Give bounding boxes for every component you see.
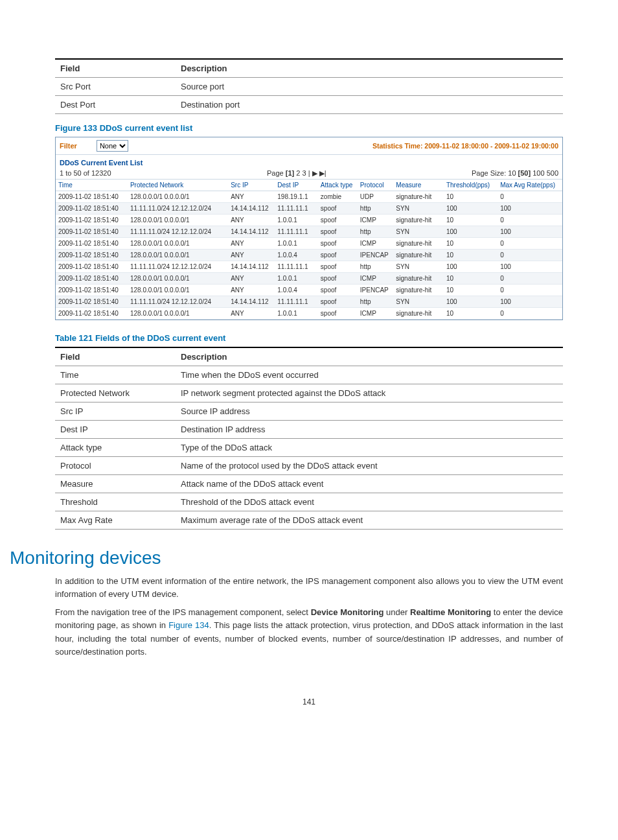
table-121: Field Description TimeTime when the DDoS… (55, 347, 563, 530)
table-row: 2009-11-02 18:51:4011.11.11.0/24 12.12.1… (56, 296, 562, 308)
table-row: 2009-11-02 18:51:4011.11.11.0/24 12.12.1… (56, 203, 562, 215)
grid-col-header[interactable]: Protected Network (128, 180, 228, 191)
table-row: Dest Port Destination port (55, 96, 563, 114)
page-last-icon[interactable]: ▶| (319, 169, 326, 177)
figure-134-link[interactable]: Figure 134 (168, 620, 209, 630)
grid-col-header[interactable]: Measure (393, 180, 444, 191)
section-heading: Monitoring devices (10, 548, 563, 568)
table-row: 2009-11-02 18:51:40128.0.0.0/1 0.0.0.0/1… (56, 308, 562, 320)
grid-col-header[interactable]: Attack type (318, 180, 358, 191)
page-1[interactable]: [1] (286, 169, 294, 177)
grid-col-header[interactable]: Protocol (358, 180, 393, 191)
table-row: Max Avg RateMaximum average rate of the … (55, 511, 563, 530)
bold-device-monitoring: Device Monitoring (311, 607, 384, 617)
table-row: 2009-11-02 18:51:40128.0.0.0/1 0.0.0.0/1… (56, 285, 562, 296)
filter-label: Filter (60, 142, 77, 150)
row-count: 1 to 50 of 12320 (60, 169, 267, 178)
page-size: Page Size: 10 [50] 100 500 (472, 169, 558, 178)
th-field: Field (55, 59, 176, 78)
page-2[interactable]: 2 (296, 169, 300, 177)
filter-select[interactable]: None (97, 140, 128, 152)
page-number: 141 (55, 697, 563, 706)
th-desc: Description (176, 347, 563, 366)
grid-col-header[interactable]: Dest IP (275, 180, 318, 191)
table-row: ProtocolName of the protocol used by the… (55, 457, 563, 475)
paragraph-2: From the navigation tree of the IPS mana… (55, 606, 563, 659)
table-row: Protected NetworkIP network segment prot… (55, 384, 563, 402)
table-row: MeasureAttack name of the DDoS attack ev… (55, 475, 563, 493)
event-grid: TimeProtected NetworkSrc IPDest IPAttack… (56, 180, 562, 320)
figure-caption: Figure 133 DDoS current event list (55, 123, 563, 133)
table-row: 2009-11-02 18:51:40128.0.0.0/1 0.0.0.0/1… (56, 191, 562, 203)
table-row: 2009-11-02 18:51:40128.0.0.0/1 0.0.0.0/1… (56, 273, 562, 285)
table-row: TimeTime when the DDoS event occurred (55, 366, 563, 384)
table-port-fields: Field Description Src Port Source port D… (55, 58, 563, 114)
grid-col-header[interactable]: Threshold(pps) (444, 180, 498, 191)
table-row: Src IPSource IP address (55, 402, 563, 421)
th-field: Field (55, 347, 176, 366)
table-row: Src Port Source port (55, 78, 563, 96)
table-row: Dest IPDestination IP address (55, 421, 563, 439)
grid-col-header[interactable]: Max Avg Rate(pps) (498, 180, 562, 191)
table-row: 2009-11-02 18:51:4011.11.11.0/24 12.12.1… (56, 261, 562, 273)
th-desc: Description (176, 59, 563, 78)
panel-title: DDoS Current Event List (56, 154, 562, 168)
bold-realtime-monitoring: Realtime Monitoring (410, 607, 491, 617)
table-row: 2009-11-02 18:51:40128.0.0.0/1 0.0.0.0/1… (56, 238, 562, 250)
size-100[interactable]: 100 (532, 169, 544, 177)
grid-col-header[interactable]: Time (56, 180, 128, 191)
paragraph-1: In addition to the UTM event information… (55, 575, 563, 601)
ddos-event-list-screenshot: Filter None Statistics Time: 2009-11-02 … (55, 137, 563, 320)
table121-caption: Table 121 Fields of the DDoS current eve… (55, 333, 563, 343)
table-row: Attack typeType of the DDoS attack (55, 439, 563, 457)
size-50[interactable]: [50] (518, 169, 531, 177)
table-row: 2009-11-02 18:51:40128.0.0.0/1 0.0.0.0/1… (56, 215, 562, 226)
table-row: 2009-11-02 18:51:4011.11.11.0/24 12.12.1… (56, 226, 562, 238)
page-next-icon[interactable]: ▶ (312, 169, 317, 177)
size-500[interactable]: 500 (547, 169, 558, 177)
grid-col-header[interactable]: Src IP (228, 180, 275, 191)
table-row: ThresholdThreshold of the DDoS attack ev… (55, 493, 563, 511)
page-3[interactable]: 3 (302, 169, 306, 177)
size-10[interactable]: 10 (508, 169, 516, 177)
stats-time: Statistics Time: 2009-11-02 18:00:00 - 2… (372, 142, 558, 150)
table-row: 2009-11-02 18:51:40128.0.0.0/1 0.0.0.0/1… (56, 250, 562, 261)
pager: Page [1] 2 3 | ▶ ▶| (267, 169, 396, 178)
